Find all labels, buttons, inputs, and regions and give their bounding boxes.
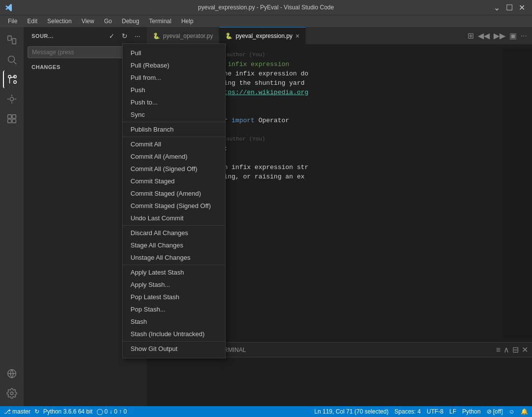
go-forward-icon[interactable]: ▶▶	[493, 30, 506, 41]
activity-remote[interactable]	[3, 365, 21, 382]
menu-item-discard-all[interactable]: Discard All Changes	[123, 227, 225, 239]
activity-explorer[interactable]	[3, 31, 21, 49]
menu-item-undo-last-commit[interactable]: Undo Last Commit	[123, 212, 225, 224]
terminal-close-icon[interactable]: ✕	[522, 345, 528, 354]
menu-item-pop-latest-stash[interactable]: Pop Latest Stash	[123, 291, 225, 303]
menu-item-commit-staged-signed[interactable]: Commit Staged (Signed Off)	[123, 200, 225, 212]
menu-terminal[interactable]: Terminal	[145, 17, 175, 26]
close-button[interactable]: ✕	[517, 3, 527, 12]
activity-debug[interactable]	[3, 90, 21, 108]
more-actions-icon[interactable]: ···	[520, 31, 528, 41]
menu-go[interactable]: Go	[100, 17, 116, 26]
menu-edit[interactable]: Edit	[23, 17, 41, 26]
bell-icon: 🔔	[521, 408, 528, 415]
menu-item-pull-rebase[interactable]: Pull (Rebase)	[123, 59, 225, 71]
spaces-text: Spaces: 4	[395, 408, 421, 415]
activity-settings[interactable]	[3, 384, 21, 402]
menu-item-commit-staged-amend[interactable]: Commit Staged (Amend)	[123, 187, 225, 200]
maximize-button[interactable]: ☐	[504, 3, 515, 12]
sidebar-action-more[interactable]: ···	[132, 31, 143, 41]
menu-section-stash: Apply Latest Stash Apply Stash... Pop La…	[123, 265, 225, 341]
menu-section-publish: Publish Branch	[123, 122, 225, 137]
sidebar-title: SOUR...	[32, 33, 104, 39]
linting-off[interactable]: ⊘ [off]	[487, 408, 503, 415]
cursor-position[interactable]: Ln 119, Col 71 (70 selected)	[314, 408, 389, 415]
vscode-icon	[5, 3, 13, 11]
terminal-split-icon[interactable]: ⊟	[512, 345, 519, 354]
menu-item-pop-stash[interactable]: Pop Stash...	[123, 303, 225, 315]
menu-file[interactable]: File	[4, 17, 21, 26]
language-mode[interactable]: Python	[462, 408, 480, 415]
window-title: pyeval_expression.py - PyEval - Visual S…	[198, 4, 334, 11]
menu-item-stash[interactable]: Stash	[123, 315, 225, 328]
window-controls[interactable]: ⌄ ☐ ✕	[492, 3, 527, 12]
language-runtime[interactable]: Python 3.6.6 64 bit	[43, 408, 93, 415]
smiley-icon: ☺	[509, 408, 515, 415]
tab-close-button[interactable]: ×	[296, 32, 299, 40]
notifications-bell[interactable]: 🔔	[521, 408, 528, 415]
smiley-button[interactable]: ☺	[509, 408, 515, 415]
menu-item-commit-all-signed[interactable]: Commit All (Signed Off)	[123, 163, 225, 175]
language-name: Python 3.6.6 64 bit	[43, 408, 93, 415]
sidebar-header: SOUR... ✓ ↻ ···	[24, 27, 147, 44]
encoding-text: UTF-8	[427, 408, 443, 415]
menu-item-push-to[interactable]: Push to...	[123, 96, 225, 108]
menu-section-changes: Discard All Changes Stage All Changes Un…	[123, 225, 225, 265]
position-text: Ln 119, Col 71 (70 selected)	[314, 408, 389, 415]
minimize-button[interactable]: ⌄	[492, 3, 502, 12]
status-right: Ln 119, Col 71 (70 selected) Spaces: 4 U…	[314, 408, 528, 415]
git-branch-icon: ⎇	[4, 408, 11, 415]
svg-point-5	[14, 81, 17, 84]
terminal-collapse-icon[interactable]: ∧	[503, 345, 509, 354]
menu-item-commit-all[interactable]: Commit All	[123, 138, 225, 150]
terminal-filter-icon[interactable]: ≡	[496, 346, 500, 354]
svg-rect-0	[8, 36, 11, 40]
git-branch[interactable]: ⎇ master	[4, 408, 31, 415]
split-right-icon[interactable]: ▣	[508, 30, 518, 41]
menu-item-push[interactable]: Push	[123, 84, 225, 96]
git-stats[interactable]: ◯ 0 ↓ 0 ↑ 0	[97, 408, 127, 415]
tab-python-icon-2: 🐍	[225, 33, 233, 39]
activity-source-control[interactable]	[3, 70, 21, 88]
menu-item-sync[interactable]: Sync	[123, 108, 225, 121]
svg-rect-1	[12, 38, 16, 44]
menu-item-commit-staged[interactable]: Commit Staged	[123, 175, 225, 187]
terminal-actions: ≡ ∧ ⊟ ✕	[492, 343, 532, 357]
menu-help[interactable]: Help	[177, 17, 198, 26]
tabs-bar: 🐍 pyeval_operator.py 🐍 pyeval_expression…	[147, 27, 532, 44]
svg-point-15	[10, 392, 13, 395]
menu-item-show-git-output[interactable]: Show Git Output	[123, 343, 225, 355]
terminal-content	[147, 357, 532, 406]
menu-item-stash-untracked[interactable]: Stash (Include Untracked)	[123, 328, 225, 340]
title-bar: pyeval_expression.py - PyEval - Visual S…	[0, 0, 532, 15]
menu-item-stage-all[interactable]: Stage All Changes	[123, 239, 225, 251]
activity-search[interactable]	[3, 51, 21, 69]
menu-selection[interactable]: Selection	[43, 17, 75, 26]
line-ending-text: LF	[449, 408, 456, 415]
menu-section-output: Show Git Output	[123, 341, 225, 356]
tab-pyeval-expression[interactable]: 🐍 pyeval_expression.py ×	[219, 27, 306, 44]
menu-item-commit-all-amend[interactable]: Commit All (Amend)	[123, 150, 225, 163]
menu-view[interactable]: View	[77, 17, 98, 26]
menu-debug[interactable]: Debug	[118, 17, 143, 26]
split-editor-icon[interactable]: ⊞	[466, 30, 475, 41]
sidebar-action-check[interactable]: ✓	[106, 31, 117, 41]
activity-extensions[interactable]	[3, 110, 21, 128]
changes-label: CHANGES	[32, 64, 61, 70]
sidebar-action-refresh[interactable]: ↻	[119, 31, 130, 41]
menu-item-apply-latest-stash[interactable]: Apply Latest Stash	[123, 266, 225, 278]
tab-pyeval-operator[interactable]: 🐍 pyeval_operator.py	[147, 27, 219, 44]
menu-item-apply-stash[interactable]: Apply Stash...	[123, 278, 225, 291]
git-sync[interactable]: ↻	[34, 408, 39, 415]
menu-item-publish-branch[interactable]: Publish Branch	[123, 123, 225, 136]
editor-actions: ⊞ ◀◀ ▶▶ ▣ ···	[463, 27, 532, 44]
context-menu: Pull Pull (Rebase) Pull from... Push Pus…	[122, 43, 226, 358]
sync-icon: ↻	[34, 408, 39, 415]
menu-item-unstage-all[interactable]: Unstage All Changes	[123, 251, 225, 264]
menu-item-pull-from[interactable]: Pull from...	[123, 71, 225, 84]
line-ending[interactable]: LF	[449, 408, 456, 415]
indentation[interactable]: Spaces: 4	[395, 408, 421, 415]
go-back-icon[interactable]: ◀◀	[477, 30, 491, 41]
menu-item-pull[interactable]: Pull	[123, 47, 225, 59]
file-encoding[interactable]: UTF-8	[427, 408, 443, 415]
